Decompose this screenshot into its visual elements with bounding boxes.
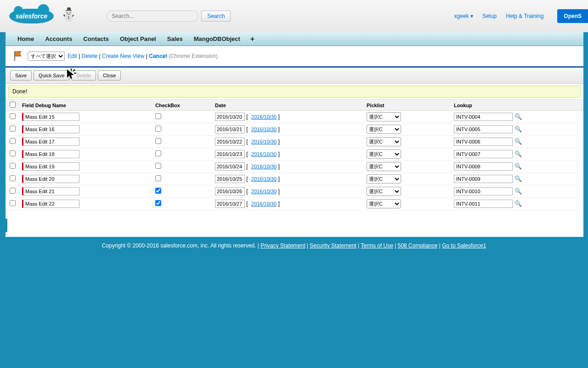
picklist-select[interactable]: 選択C: [367, 199, 401, 208]
tab-home[interactable]: Home: [12, 32, 40, 46]
date-input[interactable]: [215, 138, 245, 146]
date-quick-link[interactable]: 2016/10/30: [251, 189, 277, 194]
compliance-link[interactable]: 508 Compliance: [398, 242, 438, 249]
edit-view-link[interactable]: Edit: [68, 53, 77, 59]
date-bracket: [: [246, 126, 249, 132]
field-debug-name-input[interactable]: [22, 150, 79, 158]
col-lookup[interactable]: Lookup: [451, 100, 583, 111]
checkbox-field[interactable]: [155, 175, 161, 181]
delete-button[interactable]: Delete: [71, 70, 96, 80]
picklist-select[interactable]: 選択C: [367, 125, 401, 134]
date-quick-link[interactable]: 2016/10/30: [251, 164, 277, 169]
date-input[interactable]: [215, 200, 245, 208]
tab-sales[interactable]: Sales: [162, 32, 188, 46]
date-input[interactable]: [215, 187, 245, 196]
picklist-select[interactable]: 選択C: [367, 137, 401, 146]
picklist-select[interactable]: 選択C: [367, 174, 401, 184]
create-view-link[interactable]: Create New View: [102, 53, 144, 59]
tab-contacts[interactable]: Contacts: [78, 32, 114, 46]
view-select[interactable]: すべて選択: [28, 52, 65, 61]
lookup-icon[interactable]: 🔍: [514, 150, 522, 157]
field-debug-name-input[interactable]: [22, 125, 79, 133]
lookup-icon[interactable]: 🔍: [514, 175, 522, 182]
cancel-link[interactable]: Cancel: [149, 53, 167, 59]
date-input[interactable]: [215, 125, 245, 133]
checkbox-field[interactable]: [155, 138, 161, 144]
tab-mangodbobject[interactable]: MangoDBObject: [188, 32, 246, 46]
field-debug-name-input[interactable]: [22, 200, 79, 208]
search-input[interactable]: [107, 11, 198, 22]
sidebar-handle-2[interactable]: [3, 218, 7, 232]
date-input[interactable]: [215, 150, 245, 158]
picklist-select[interactable]: 選択C: [367, 162, 401, 171]
lookup-input[interactable]: [454, 175, 513, 183]
field-debug-name-input[interactable]: [22, 175, 79, 183]
lookup-icon[interactable]: 🔍: [514, 163, 522, 170]
field-debug-name-input[interactable]: [22, 113, 79, 121]
row-checkbox[interactable]: [10, 126, 16, 132]
checkbox-field[interactable]: [155, 163, 161, 169]
terms-link[interactable]: Terms of Use: [361, 242, 393, 249]
row-checkbox[interactable]: [10, 188, 16, 194]
row-checkbox[interactable]: [10, 138, 16, 144]
checkbox-field[interactable]: [155, 150, 161, 156]
lookup-input[interactable]: [454, 125, 513, 133]
row-checkbox[interactable]: [10, 163, 16, 169]
date-quick-link[interactable]: 2016/10/30: [251, 114, 277, 120]
row-checkbox[interactable]: [10, 150, 16, 156]
date-input[interactable]: [215, 113, 245, 121]
field-debug-name-input[interactable]: [22, 187, 79, 196]
tab-add[interactable]: +: [246, 33, 259, 46]
search-button[interactable]: Search: [201, 11, 231, 22]
field-debug-name-input[interactable]: [22, 162, 79, 171]
field-debug-name-input[interactable]: [22, 138, 79, 146]
date-quick-link[interactable]: 2016/10/30: [251, 126, 277, 132]
col-checkbox[interactable]: CheckBox: [153, 100, 212, 111]
lookup-input[interactable]: [454, 187, 513, 196]
col-date[interactable]: Date: [212, 100, 364, 111]
lookup-icon[interactable]: 🔍: [514, 188, 522, 195]
lookup-icon[interactable]: 🔍: [514, 113, 522, 120]
date-quick-link[interactable]: 2016/10/30: [251, 151, 277, 157]
lookup-input[interactable]: [454, 200, 513, 208]
tab-object-panel[interactable]: Object Panel: [114, 32, 162, 46]
date-quick-link[interactable]: 2016/10/30: [251, 201, 277, 207]
row-checkbox[interactable]: [10, 175, 16, 181]
security-link[interactable]: Security Statement: [310, 242, 356, 249]
picklist-select[interactable]: 選択C: [367, 187, 401, 196]
checkbox-field[interactable]: [155, 188, 161, 194]
checkbox-field[interactable]: [155, 113, 161, 119]
privacy-link[interactable]: Privacy Statement: [260, 242, 305, 249]
close-button[interactable]: Close: [98, 70, 121, 80]
lookup-input[interactable]: [454, 138, 513, 146]
help-link[interactable]: Help & Training: [506, 13, 543, 19]
row-checkbox[interactable]: [10, 113, 16, 119]
checkbox-field[interactable]: [155, 200, 161, 206]
date-quick-link[interactable]: 2016/10/30: [251, 176, 277, 182]
tab-accounts[interactable]: Accounts: [40, 32, 78, 46]
lookup-icon[interactable]: 🔍: [514, 200, 522, 207]
lookup-icon[interactable]: 🔍: [514, 126, 522, 132]
salesforce-logo[interactable]: salesforce: [9, 9, 54, 23]
open-salesforce-button[interactable]: OpenS: [557, 9, 588, 23]
lookup-input[interactable]: [454, 162, 513, 171]
lookup-input[interactable]: [454, 113, 513, 121]
picklist-select[interactable]: 選択C: [367, 150, 401, 159]
date-input[interactable]: [215, 175, 245, 183]
setup-link[interactable]: Setup: [482, 13, 497, 19]
date-input[interactable]: [215, 162, 245, 171]
date-quick-link[interactable]: 2016/10/30: [251, 139, 277, 144]
picklist-select[interactable]: 選択C: [367, 112, 401, 121]
row-checkbox[interactable]: [10, 200, 16, 206]
select-all-checkbox[interactable]: [10, 102, 16, 108]
lookup-input[interactable]: [454, 150, 513, 158]
user-menu[interactable]: xgeek ▾: [454, 13, 473, 19]
lookup-icon[interactable]: 🔍: [514, 138, 522, 145]
delete-view-link[interactable]: Delete: [81, 53, 97, 59]
save-button[interactable]: Save: [10, 70, 32, 80]
col-debug[interactable]: Field Debug Name: [19, 100, 153, 111]
sf1-link[interactable]: Go to Salesforce1: [442, 242, 486, 249]
quick-save-button[interactable]: Quick Save: [34, 70, 69, 80]
checkbox-field[interactable]: [155, 126, 161, 132]
col-picklist[interactable]: Picklist: [364, 100, 451, 111]
